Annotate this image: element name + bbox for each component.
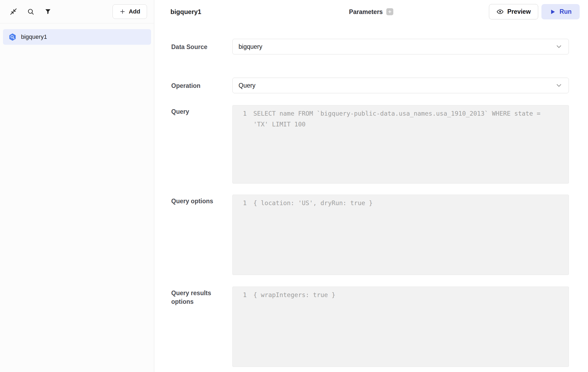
datasource-select-value: bigquery bbox=[239, 43, 262, 50]
plus-icon bbox=[388, 10, 392, 14]
add-button-label: Add bbox=[129, 8, 140, 15]
run-button-label: Run bbox=[559, 8, 572, 15]
line-number: 1 bbox=[233, 198, 247, 208]
sidebar-item-label: bigquery1 bbox=[21, 33, 47, 40]
collapse-icon bbox=[10, 8, 17, 15]
sidebar-item-bigquery1[interactable]: bigquery1 bbox=[3, 29, 151, 45]
parameters-label: Parameters bbox=[349, 8, 383, 15]
field-label: Query options bbox=[171, 195, 232, 275]
parameters-group: Parameters bbox=[349, 8, 393, 15]
plus-icon bbox=[119, 8, 126, 15]
field-label: Data Source bbox=[171, 39, 232, 54]
operation-select[interactable]: Query bbox=[232, 78, 569, 93]
header-actions: Preview Run bbox=[489, 4, 580, 19]
field-label: Operation bbox=[171, 78, 232, 93]
query-options-code-editor[interactable]: 1 { location: 'US', dryRun: true } bbox=[232, 195, 569, 275]
add-parameter-button[interactable] bbox=[386, 8, 393, 15]
main-panel: bigquery1 Parameters bbox=[154, 0, 588, 372]
line-number: 1 bbox=[233, 108, 247, 119]
chevron-down-icon bbox=[555, 43, 563, 50]
operation-select-value: Query bbox=[239, 82, 256, 89]
sidebar-toolbar: Add bbox=[0, 0, 154, 23]
query-results-options-code-editor[interactable]: 1 { wrapIntegers: true } bbox=[232, 287, 569, 367]
field-control: bigquery bbox=[232, 39, 569, 54]
filter-button[interactable] bbox=[42, 6, 54, 18]
query-form: Data Source bigquery Operation bbox=[154, 23, 588, 372]
query-options-placeholder: { location: 'US', dryRun: true } bbox=[253, 198, 558, 208]
datasource-select[interactable]: bigquery bbox=[232, 39, 569, 54]
query-results-options-placeholder: { wrapIntegers: true } bbox=[253, 290, 558, 300]
search-icon bbox=[27, 8, 34, 15]
line-number: 1 bbox=[233, 290, 247, 300]
field-label: Query bbox=[171, 105, 232, 184]
field-row-query-results-options: Query results options 1 { wrapIntegers: … bbox=[171, 287, 569, 367]
bigquery-icon bbox=[8, 33, 17, 41]
chevron-down-icon bbox=[555, 82, 563, 89]
add-button[interactable]: Add bbox=[113, 4, 147, 19]
query-list: bigquery1 bbox=[0, 23, 154, 50]
search-button[interactable] bbox=[25, 6, 37, 18]
main-header: bigquery1 Parameters bbox=[154, 0, 588, 23]
sidebar: Add bigquery1 bbox=[0, 0, 154, 372]
page-title: bigquery1 bbox=[170, 8, 201, 16]
app: Add bigquery1 bigquery1 Parameters bbox=[0, 0, 588, 372]
field-label: Query results options bbox=[171, 287, 232, 367]
field-row-operation: Operation Query bbox=[171, 78, 569, 93]
eye-icon bbox=[496, 8, 504, 15]
field-row-query: Query 1 SELECT name FROM `bigquery-publi… bbox=[171, 105, 569, 184]
query-code-placeholder: SELECT name FROM `bigquery-public-data.u… bbox=[253, 108, 558, 130]
field-control: Query bbox=[232, 78, 569, 93]
run-button[interactable]: Run bbox=[541, 4, 580, 19]
preview-button-label: Preview bbox=[507, 8, 531, 15]
query-code-editor[interactable]: 1 SELECT name FROM `bigquery-public-data… bbox=[232, 105, 569, 184]
field-row-data-source: Data Source bigquery bbox=[171, 39, 569, 54]
play-icon bbox=[550, 9, 556, 15]
filter-icon bbox=[44, 8, 51, 15]
field-row-query-options: Query options 1 { location: 'US', dryRun… bbox=[171, 195, 569, 275]
collapse-panel-button[interactable] bbox=[8, 6, 19, 18]
preview-button[interactable]: Preview bbox=[489, 4, 538, 19]
field-control: 1 { wrapIntegers: true } bbox=[232, 287, 569, 367]
field-control: 1 { location: 'US', dryRun: true } bbox=[232, 195, 569, 275]
field-control: 1 SELECT name FROM `bigquery-public-data… bbox=[232, 105, 569, 184]
